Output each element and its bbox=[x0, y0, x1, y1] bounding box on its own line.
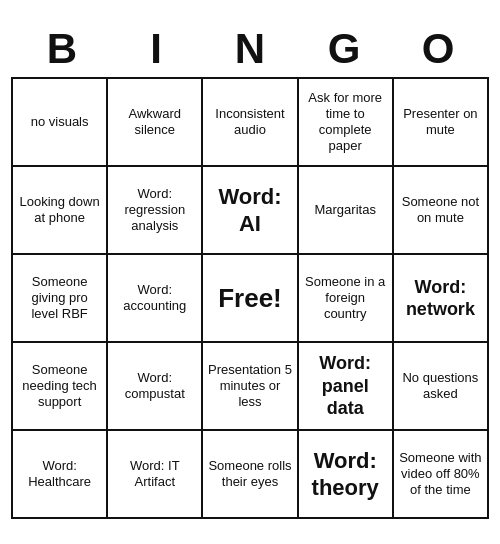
bingo-cell-14: Word: network bbox=[394, 255, 489, 343]
bingo-cell-15: Someone needing tech support bbox=[13, 343, 108, 431]
bingo-cell-12: Free! bbox=[203, 255, 298, 343]
bingo-cell-21: Word: IT Artifact bbox=[108, 431, 203, 519]
bingo-cell-20: Word: Healthcare bbox=[13, 431, 108, 519]
bingo-cell-0: no visuals bbox=[13, 79, 108, 167]
bingo-cell-5: Looking down at phone bbox=[13, 167, 108, 255]
bingo-cell-2: Inconsistent audio bbox=[203, 79, 298, 167]
bingo-cell-7: Word: AI bbox=[203, 167, 298, 255]
bingo-card: BINGO no visualsAwkward silenceInconsist… bbox=[5, 19, 495, 525]
bingo-cell-18: Word: panel data bbox=[299, 343, 394, 431]
bingo-cell-19: No questions asked bbox=[394, 343, 489, 431]
bingo-grid: no visualsAwkward silenceInconsistent au… bbox=[11, 77, 489, 519]
bingo-cell-13: Someone in a foreign country bbox=[299, 255, 394, 343]
bingo-cell-1: Awkward silence bbox=[108, 79, 203, 167]
bingo-cell-17: Presentation 5 minutes or less bbox=[203, 343, 298, 431]
title-letter-G: G bbox=[300, 25, 388, 73]
bingo-cell-16: Word: compustat bbox=[108, 343, 203, 431]
title-letter-B: B bbox=[18, 25, 106, 73]
bingo-cell-6: Word: regression analysis bbox=[108, 167, 203, 255]
title-letter-I: I bbox=[112, 25, 200, 73]
bingo-cell-9: Someone not on mute bbox=[394, 167, 489, 255]
bingo-cell-4: Presenter on mute bbox=[394, 79, 489, 167]
bingo-cell-11: Word: accounting bbox=[108, 255, 203, 343]
bingo-cell-22: Someone rolls their eyes bbox=[203, 431, 298, 519]
bingo-cell-24: Someone with video off 80% of the time bbox=[394, 431, 489, 519]
bingo-cell-10: Someone giving pro level RBF bbox=[13, 255, 108, 343]
bingo-cell-3: Ask for more time to complete paper bbox=[299, 79, 394, 167]
title-letter-N: N bbox=[206, 25, 294, 73]
bingo-cell-23: Word: theory bbox=[299, 431, 394, 519]
bingo-title: BINGO bbox=[11, 25, 489, 73]
title-letter-O: O bbox=[394, 25, 482, 73]
bingo-cell-8: Margaritas bbox=[299, 167, 394, 255]
